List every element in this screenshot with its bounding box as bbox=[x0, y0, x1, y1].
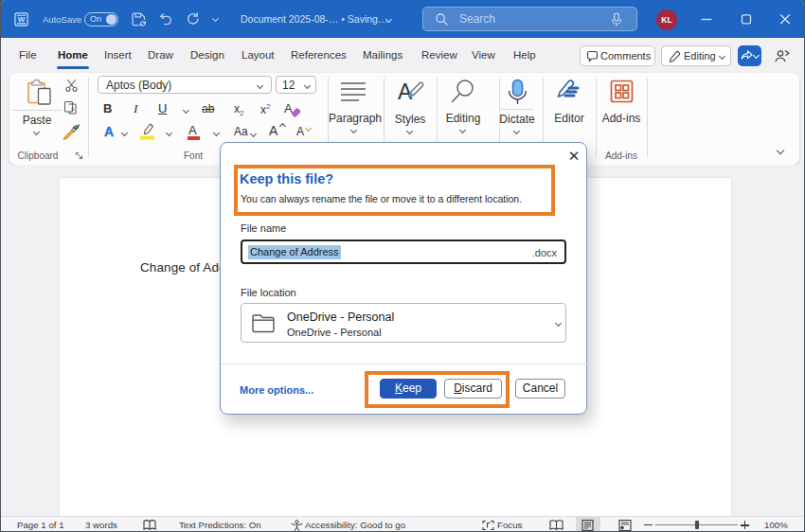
svg-text:W: W bbox=[18, 15, 26, 24]
